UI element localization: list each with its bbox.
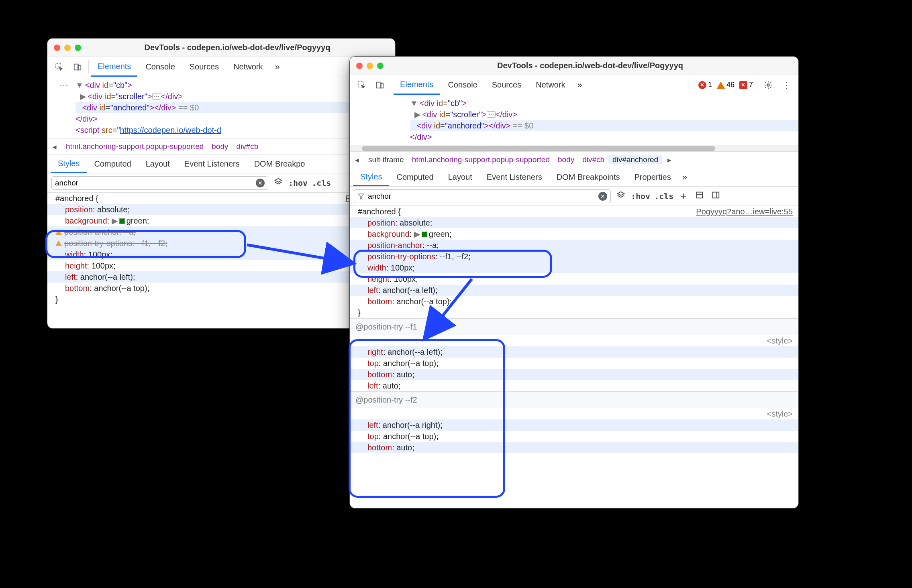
subtab-properties[interactable]: Properties: [627, 168, 678, 186]
crumb-iframe[interactable]: sult-iframe: [364, 155, 408, 164]
filter-value: anchor: [368, 192, 391, 201]
close-icon[interactable]: [356, 63, 363, 69]
breadcrumb[interactable]: ◂ sult-iframe html.anchoring-support.pop…: [350, 151, 798, 168]
traffic-lights: [54, 45, 81, 51]
zoom-icon[interactable]: [75, 45, 81, 51]
subtab-dom-breakpoints[interactable]: DOM Breakpo: [247, 155, 312, 173]
tab-sources[interactable]: Sources: [183, 57, 225, 77]
msg-count[interactable]: ✕7: [738, 75, 755, 95]
css-rules[interactable]: Pogyyyq?an#anchored { position: absolute…: [47, 193, 395, 305]
crumb-right-icon[interactable]: ▸: [662, 155, 677, 165]
color-swatch-icon[interactable]: [422, 232, 427, 237]
filter-input[interactable]: anchor ✕: [51, 176, 268, 190]
crumb-left-icon[interactable]: ◂: [47, 142, 62, 151]
layers-icon[interactable]: [615, 191, 627, 201]
error-count[interactable]: ✕1: [697, 75, 714, 95]
elements-tree[interactable]: ⋯ ▼<div id="cb"> ▶<div id="scroller">⋯</…: [47, 77, 395, 138]
scrollbar[interactable]: [350, 145, 798, 151]
warning-icon: [717, 81, 725, 89]
subtab-styles[interactable]: Styles: [353, 168, 389, 186]
crumb-html[interactable]: html.anchoring-support.popup-supported: [408, 155, 554, 164]
subtab-event-listeners[interactable]: Event Listeners: [177, 155, 247, 173]
filter-row: anchor ✕ :hov .cls +: [350, 187, 798, 206]
overflow-icon: ⋯: [59, 79, 68, 91]
device-toggle-icon[interactable]: [371, 75, 388, 95]
hov-toggle[interactable]: :hov: [288, 178, 308, 188]
selected-element[interactable]: <div id="anchored"></div> == $0: [410, 120, 798, 131]
window-title: DevTools - codepen.io/web-dot-dev/live/P…: [388, 61, 792, 70]
warning-icon: [55, 240, 62, 246]
tab-console[interactable]: Console: [139, 57, 181, 77]
devtools-window-before: DevTools - codepen.io/web-dot-dev/live/P…: [47, 38, 396, 329]
tab-sources[interactable]: Sources: [486, 75, 528, 95]
warn-count[interactable]: 46: [715, 75, 736, 95]
computed-toggle-icon[interactable]: [694, 191, 706, 201]
position-try-header-f2: @position-try --f2: [350, 391, 798, 408]
settings-icon[interactable]: [760, 75, 777, 95]
tab-elements[interactable]: Elements: [91, 57, 137, 77]
svg-rect-8: [712, 192, 719, 198]
svg-point-6: [767, 84, 769, 86]
titlebar[interactable]: DevTools - codepen.io/web-dot-dev/live/P…: [350, 57, 798, 75]
breadcrumb[interactable]: ◂ html.anchoring-support.popup-supported…: [47, 138, 395, 155]
panel-toggle-icon[interactable]: [710, 191, 722, 201]
subtab-styles[interactable]: Styles: [51, 155, 87, 173]
crumb-body[interactable]: body: [208, 142, 232, 151]
minimize-icon[interactable]: [367, 63, 373, 69]
filter-value: anchor: [55, 179, 78, 187]
devtools-window-after: DevTools - codepen.io/web-dot-dev/live/P…: [349, 56, 799, 509]
styles-sub-tabs: Styles Computed Layout Event Listeners D…: [47, 155, 395, 173]
more-subtabs-icon[interactable]: »: [678, 168, 691, 186]
tab-elements[interactable]: Elements: [394, 75, 440, 95]
style-link[interactable]: <style>: [767, 335, 798, 346]
window-title: DevTools - codepen.io/web-dot-dev/live/P…: [86, 43, 389, 52]
subtab-computed[interactable]: Computed: [389, 168, 441, 186]
css-rules[interactable]: Pogyyyq?ano…iew=live:55#anchored { posit…: [350, 206, 798, 464]
crumb-cb[interactable]: div#cb: [232, 142, 262, 151]
main-tabs: Elements Console Sources Network » ✕1 46…: [350, 75, 798, 95]
svg-rect-7: [697, 192, 703, 198]
kebab-menu-icon[interactable]: ⋮: [778, 75, 795, 95]
source-link[interactable]: Pogyyyq?ano…iew=live:55: [696, 206, 798, 217]
style-link[interactable]: <style>: [767, 408, 798, 419]
crumb-html[interactable]: html.anchoring-support.popup-supported: [62, 142, 208, 151]
subtab-dom-breakpoints[interactable]: DOM Breakpoints: [549, 168, 627, 186]
crumb-body[interactable]: body: [554, 155, 578, 164]
warning-icon: [55, 229, 62, 235]
device-toggle-icon[interactable]: [69, 57, 86, 77]
layers-icon[interactable]: [272, 177, 284, 188]
subtab-layout[interactable]: Layout: [441, 168, 479, 186]
subtab-event-listeners[interactable]: Event Listeners: [479, 168, 549, 186]
minimize-icon[interactable]: [64, 45, 71, 51]
crumb-left-icon[interactable]: ◂: [350, 155, 364, 165]
new-rule-icon[interactable]: +: [677, 190, 690, 202]
subtab-layout[interactable]: Layout: [139, 155, 177, 173]
zoom-icon[interactable]: [377, 63, 384, 69]
hov-toggle[interactable]: :hov: [631, 191, 650, 201]
tab-console[interactable]: Console: [441, 75, 484, 95]
traffic-lights: [356, 63, 384, 69]
more-tabs-icon[interactable]: »: [573, 75, 586, 95]
inspect-icon[interactable]: [51, 57, 67, 77]
close-icon[interactable]: [54, 45, 60, 51]
crumb-anchored[interactable]: div#anchored: [608, 155, 662, 164]
inspect-icon[interactable]: [353, 75, 370, 95]
elements-tree[interactable]: ▼<div id="cb"> ▶<div id="scroller">⋯</di…: [350, 95, 798, 145]
clear-filter-icon[interactable]: ✕: [598, 192, 607, 201]
titlebar[interactable]: DevTools - codepen.io/web-dot-dev/live/P…: [47, 39, 395, 57]
main-tabs: Elements Console Sources Network »: [47, 57, 395, 77]
color-swatch-icon[interactable]: [119, 218, 125, 224]
filter-row: anchor ✕ :hov .cls: [47, 173, 395, 193]
subtab-computed[interactable]: Computed: [87, 155, 138, 173]
tab-network[interactable]: Network: [529, 75, 571, 95]
cls-toggle[interactable]: .cls: [312, 178, 331, 188]
cls-toggle[interactable]: .cls: [654, 191, 673, 201]
selected-element[interactable]: <div id="anchored"></div> == $0: [75, 102, 395, 113]
filter-input[interactable]: anchor ✕: [354, 189, 611, 203]
crumb-cb[interactable]: div#cb: [578, 155, 608, 164]
styles-sub-tabs: Styles Computed Layout Event Listeners D…: [350, 168, 798, 187]
position-try-header-f1: @position-try --f1: [350, 318, 798, 335]
clear-filter-icon[interactable]: ✕: [256, 179, 265, 187]
tab-network[interactable]: Network: [227, 57, 269, 77]
more-tabs-icon[interactable]: »: [271, 57, 284, 77]
